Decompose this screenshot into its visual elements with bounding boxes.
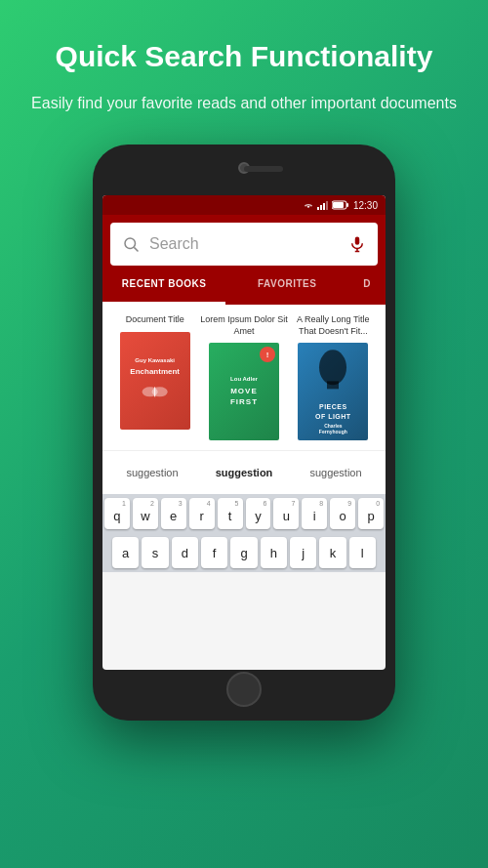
tabs-row: RECENT BOOKS FAVORITES D	[102, 266, 386, 305]
keyboard-row-2: a s d f g h j k l	[102, 533, 386, 572]
svg-point-7	[125, 238, 136, 249]
key-j[interactable]: j	[290, 537, 316, 568]
search-bar[interactable]: Search	[110, 223, 378, 266]
svg-point-15	[319, 351, 346, 386]
books-grid: Document Title Guy Kawasaki Enchantment	[102, 305, 386, 450]
key-f[interactable]: f	[201, 537, 227, 568]
key-i[interactable]: 8i	[302, 498, 327, 529]
key-r[interactable]: 4r	[189, 498, 215, 529]
key-s[interactable]: s	[142, 537, 168, 568]
tab-favorites[interactable]: FAVORITES	[225, 266, 348, 305]
tab-recent-books[interactable]: RECENT BOOKS	[102, 266, 225, 305]
header-section: Quick Search Functionality Easily find y…	[2, 0, 486, 135]
key-h[interactable]: h	[261, 537, 287, 568]
svg-rect-16	[327, 382, 339, 390]
svg-line-8	[134, 247, 138, 251]
page-subtitle: Easily find your favorite reads and othe…	[31, 92, 457, 115]
suggestion-chip-2[interactable]: suggestion	[202, 463, 286, 482]
search-icon	[122, 235, 140, 253]
status-bar: 12:30	[102, 195, 386, 215]
key-k[interactable]: k	[319, 537, 346, 568]
status-icons	[303, 200, 349, 210]
suggestion-chip-3[interactable]: suggestion	[294, 463, 378, 482]
keyboard-section: 1q 2w 3e 4r 5t 6y 7u 8i 9o 0p a s d f	[102, 494, 386, 572]
mic-icon[interactable]	[348, 235, 366, 253]
svg-rect-9	[355, 237, 360, 245]
book-cover-label-3: PIECES OF LIGHT Charles Fernyhough	[309, 345, 356, 439]
keyboard-row-1: 1q 2w 3e 4r 5t 6y 7u 8i 9o 0p	[102, 494, 386, 533]
book-item[interactable]: A Really Long Title That Doesn't Fit... …	[289, 314, 378, 440]
book-title: A Really Long Title That Doesn't Fit...	[289, 314, 378, 337]
key-u[interactable]: 7u	[273, 498, 299, 529]
key-p[interactable]: 0p	[358, 498, 384, 529]
book-cover-2[interactable]: ! Lou Adler MOVE FIRST	[209, 343, 279, 440]
book-cover-1[interactable]: Guy Kawasaki Enchantment	[120, 332, 190, 430]
phone-frame: 12:30 Search	[93, 145, 395, 721]
key-y[interactable]: 6y	[246, 498, 271, 529]
signal-icon	[317, 200, 329, 210]
suggestions-row: suggestion suggestion suggestion	[102, 450, 386, 494]
book-item[interactable]: Lorem Ipsum Dolor Sit Amet ! Lou Adler M…	[199, 314, 288, 440]
book-title: Lorem Ipsum Dolor Sit Amet	[199, 314, 288, 337]
suggestion-chip-1[interactable]: suggestion	[110, 463, 194, 482]
key-a[interactable]: a	[112, 537, 139, 568]
key-t[interactable]: 5t	[218, 498, 243, 529]
tab-more[interactable]: D	[348, 266, 386, 305]
key-d[interactable]: d	[172, 537, 198, 568]
svg-rect-3	[326, 201, 328, 210]
key-o[interactable]: 9o	[330, 498, 355, 529]
svg-rect-2	[323, 203, 325, 210]
key-q[interactable]: 1q	[104, 498, 130, 529]
key-g[interactable]: g	[230, 537, 257, 568]
search-bar-wrapper: Search	[102, 215, 386, 266]
phone-home-button[interactable]	[226, 672, 262, 707]
phone-screen: 12:30 Search	[102, 195, 386, 670]
book-title: Document Title	[126, 314, 184, 326]
book-head-decoration	[313, 349, 352, 397]
phone-mockup: 12:30 Search	[93, 145, 395, 721]
svg-rect-6	[333, 202, 344, 208]
phone-speaker	[244, 166, 283, 172]
svg-rect-0	[317, 207, 319, 210]
battery-icon	[332, 200, 349, 210]
svg-point-13	[152, 387, 168, 396]
svg-rect-5	[346, 203, 348, 207]
time-display: 12:30	[353, 200, 378, 211]
book-cover-label-1: Guy Kawasaki Enchantment	[126, 353, 183, 407]
book-item[interactable]: Document Title Guy Kawasaki Enchantment	[110, 314, 199, 440]
svg-rect-1	[320, 205, 322, 210]
key-e[interactable]: 3e	[161, 498, 186, 529]
book-cover-3[interactable]: PIECES OF LIGHT Charles Fernyhough	[298, 343, 368, 440]
book-decoration	[141, 382, 170, 401]
page-title: Quick Search Functionality	[31, 39, 457, 74]
book-badge: !	[260, 347, 275, 362]
wifi-icon	[303, 200, 314, 210]
key-l[interactable]: l	[349, 537, 376, 568]
search-placeholder[interactable]: Search	[149, 235, 339, 253]
book-cover-label-2: Lou Adler MOVE FIRST	[226, 373, 262, 412]
key-w[interactable]: 2w	[133, 498, 158, 529]
